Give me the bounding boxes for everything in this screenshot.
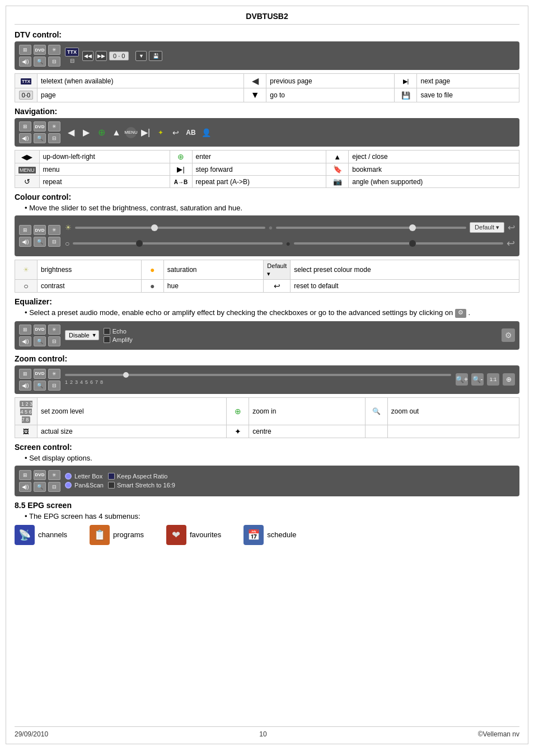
zoom-slider[interactable] [65, 374, 451, 376]
page-desc: page [38, 88, 244, 102]
ab-icon[interactable]: AB [185, 127, 197, 138]
eq-settings-icon[interactable]: ✳ [48, 325, 60, 335]
right-arrow-icon[interactable]: ▶ [80, 127, 92, 138]
eq-advanced-btn[interactable]: ⚙ [502, 328, 515, 342]
screen-record-icon[interactable]: ⊟ [48, 482, 60, 492]
undo-icon-colour[interactable]: ↩ [507, 237, 515, 250]
eq-monitor-icon[interactable]: ⊞ [19, 325, 31, 335]
brightness-thumb[interactable] [151, 224, 158, 231]
settings-icon[interactable]: ✳ [48, 45, 60, 55]
sparkle-icon[interactable]: ✦ [154, 127, 167, 138]
step-fwd-icon[interactable]: ▶| [139, 127, 152, 138]
preset-dropdown[interactable]: Default ▾ [470, 222, 504, 233]
zoom-thumb[interactable] [123, 372, 129, 378]
bookmark-desc: bookmark [349, 163, 519, 176]
dtv-panel-icons-left: ⊞ DVD ✳ ◀)) 🔍 ⊟ [19, 45, 60, 67]
nav-search-icon[interactable]: 🔍 [34, 133, 46, 143]
eq-bullet-text: Select a preset audio mode, enable echo … [29, 308, 453, 317]
menu-icon[interactable]: MENU [125, 127, 137, 138]
person-icon[interactable]: 👤 [200, 127, 212, 138]
page-num: 0 · 0 [109, 51, 129, 60]
zoom-actual-btn[interactable]: 1:1 [487, 373, 499, 386]
colour-record-icon[interactable]: ⊟ [48, 237, 60, 247]
screen-audio-icon[interactable]: ◀)) [19, 482, 31, 492]
zoom-search-icon[interactable]: 🔍 [34, 381, 46, 391]
zoom-monitor-icon[interactable]: ⊞ [19, 369, 31, 379]
colour-dvd-icon[interactable]: DVD [34, 225, 46, 235]
zoom-centre-btn[interactable]: ⊕ [503, 373, 515, 386]
up-arrow-icon[interactable]: ▲ [110, 127, 123, 138]
colour-settings-icon[interactable]: ✳ [48, 225, 60, 235]
save-icon[interactable]: 💾 [149, 51, 162, 61]
transport-controls: ◀◀ ▶▶ 0 · 0 [82, 51, 129, 61]
colour-search-icon[interactable]: 🔍 [34, 237, 46, 247]
contrast-thumb[interactable] [136, 240, 143, 247]
nav-settings-icon[interactable]: ✳ [48, 121, 60, 132]
plus-circle-icon[interactable]: ⊕ [95, 127, 107, 138]
nav-monitor-icon[interactable]: ⊞ [19, 121, 31, 132]
hue-thumb[interactable] [409, 240, 416, 247]
footer-date: 29/09/2010 [15, 730, 48, 738]
keep-aspect-checkbox[interactable] [108, 473, 115, 480]
next-btn[interactable]: ▶▶ [96, 51, 107, 61]
echo-checkbox[interactable] [104, 328, 110, 335]
contrast-slider[interactable] [73, 242, 282, 245]
colour-title: Colour control: [15, 192, 519, 201]
nav-audio-icon[interactable]: ◀)) [19, 133, 31, 143]
zoom-numbers: 1 2 3 4 5 6 7 8 [65, 379, 451, 385]
search-icon[interactable]: 🔍 [34, 57, 46, 67]
zoom-settings-icon[interactable]: ✳ [48, 369, 60, 379]
epg-programs-item: 📋 programs [90, 525, 144, 545]
eq-search-icon[interactable]: 🔍 [34, 336, 46, 346]
zoom-record-icon[interactable]: ⊟ [48, 381, 60, 391]
eq-audio-icon[interactable]: ◀)) [19, 336, 31, 346]
zoom-panel-row2: ◀)) 🔍 ⊟ [19, 381, 60, 391]
hue-slider[interactable] [294, 242, 503, 245]
saturation-thumb[interactable] [409, 224, 416, 231]
record-icon[interactable]: ⊟ [48, 57, 60, 67]
reset-arrow-icon[interactable]: ↩ [508, 222, 515, 233]
eq-dvd-icon[interactable]: DVD [34, 325, 46, 335]
left-arrow-icon[interactable]: ◀ [65, 127, 77, 138]
eq-preset-dropdown[interactable]: Disable ▼ [65, 330, 99, 340]
audio-icon[interactable]: ◀)) [19, 57, 31, 67]
zoom-audio-icon[interactable]: ◀)) [19, 381, 31, 391]
zoom-dvd-icon[interactable]: DVD [34, 369, 46, 379]
preset-dropdown-cell[interactable]: Default ▾ [264, 260, 291, 280]
schedule-icon[interactable]: 📅 [243, 525, 264, 545]
nav-record-icon[interactable]: ⊟ [48, 133, 60, 143]
programs-icon[interactable]: 📋 [90, 525, 110, 545]
page-icon-cell: 0·0 [15, 88, 38, 102]
eq-bullet-end: . [469, 308, 471, 317]
brightness-slider[interactable] [75, 227, 265, 229]
dot-icon: ● [269, 223, 273, 232]
step-fwd-icon-cell: ▶| [170, 163, 192, 176]
smart-stretch-checkbox[interactable] [108, 482, 115, 489]
saturation-slider[interactable] [276, 227, 466, 229]
colour-audio-icon[interactable]: ◀)) [19, 237, 31, 247]
monitor-icon[interactable]: ⊞ [19, 45, 31, 55]
favourites-icon[interactable]: ❤ [166, 525, 186, 545]
nav-desc-table: ◀▶ up-down-left-right ⊕ enter ▲ eject / … [15, 150, 519, 188]
screen-search-icon[interactable]: 🔍 [34, 482, 46, 492]
epg-items-row: 📡 channels 📋 programs ❤ favourites 📅 sch… [15, 525, 519, 545]
colour-monitor-icon[interactable]: ⊞ [19, 225, 31, 235]
prev-btn[interactable]: ◀◀ [82, 51, 93, 61]
screen-settings-icon[interactable]: ✳ [48, 470, 60, 480]
favourites-label: favourites [190, 530, 221, 539]
screen-monitor-icon[interactable]: ⊞ [19, 470, 31, 480]
letterbox-radio[interactable] [65, 473, 72, 480]
amplify-checkbox[interactable] [104, 336, 110, 343]
undo-icon[interactable]: ↩ [170, 127, 182, 138]
zoom-in-btn[interactable]: 🔍+ [456, 373, 468, 386]
nav-dvd-icon[interactable]: DVD [34, 121, 46, 132]
epg-bullet: • The EPG screen has 4 submenus: [25, 512, 519, 520]
zoom-out-btn[interactable]: 🔍- [471, 373, 484, 386]
channels-icon[interactable]: 📡 [15, 525, 35, 545]
eq-record-icon[interactable]: ⊟ [48, 336, 60, 346]
down-arrow-icon[interactable]: ▼ [135, 51, 147, 61]
epg-bullet-text: The EPG screen has 4 submenus: [29, 512, 140, 520]
screen-dvd-icon[interactable]: DVD [34, 470, 46, 480]
dvd-icon[interactable]: DVD [34, 45, 46, 55]
panscan-radio[interactable] [65, 482, 72, 489]
